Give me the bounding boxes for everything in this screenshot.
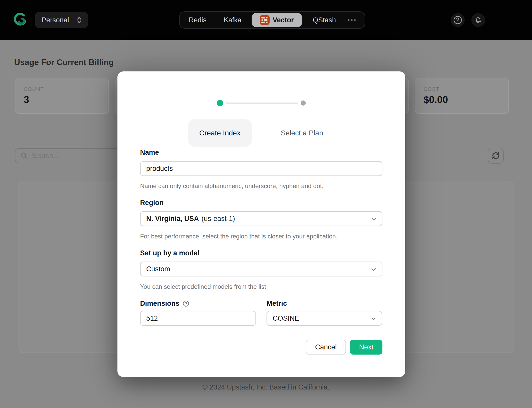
chevron-down-icon (370, 315, 377, 322)
page-title: Usage For Current Billing (14, 58, 114, 67)
usage-card-cost: COST $0.00 (415, 78, 509, 114)
cancel-button[interactable]: Cancel (306, 340, 346, 355)
footer-copyright: © 2024 Upstash, Inc. Based in California… (0, 383, 532, 391)
org-switcher-label: Personal (42, 16, 76, 24)
usage-card-value: 3 (24, 94, 108, 105)
tab-vector[interactable]: Vector (252, 13, 302, 27)
tab-qstash[interactable]: QStash (310, 12, 338, 28)
chevron-down-icon (370, 266, 377, 273)
name-helper: Name can only contain alphanumeric, unde… (140, 182, 324, 190)
notifications-button[interactable] (471, 13, 485, 27)
app-root: Personal Redis Kafka Vector QStash (0, 0, 532, 408)
chevron-down-icon (370, 216, 377, 223)
top-navbar: Personal Redis Kafka Vector QStash (0, 0, 532, 40)
chevron-up-down-icon (76, 16, 83, 24)
help-icon (453, 15, 463, 25)
org-switcher[interactable]: Personal (35, 12, 88, 28)
region-value: N. Virginia, USA (146, 215, 199, 223)
bell-icon (473, 15, 483, 25)
refresh-button[interactable] (488, 148, 504, 164)
model-select[interactable]: Custom (140, 262, 382, 276)
tab-create-index[interactable]: Create Index (188, 119, 252, 147)
usage-card-label: COST (424, 86, 508, 92)
search-icon (20, 152, 28, 160)
help-button[interactable] (451, 13, 465, 27)
name-input[interactable] (140, 161, 382, 176)
tab-kafka[interactable]: Kafka (220, 12, 245, 28)
usage-card-label: COUNT (24, 86, 108, 92)
metric-value: COSINE (273, 314, 299, 322)
name-label: Name (140, 149, 159, 156)
model-value: Custom (146, 265, 170, 273)
modal-actions: Cancel Next (117, 340, 405, 355)
metric-select[interactable]: COSINE (267, 311, 382, 326)
metric-label: Metric (267, 300, 287, 308)
refresh-icon (491, 151, 500, 160)
wizard-stepper (117, 100, 405, 106)
step-track (226, 103, 298, 104)
region-helper: For best performance, select the region … (140, 233, 337, 240)
step-dot-current (217, 100, 223, 106)
model-label: Set up by a model (140, 249, 199, 257)
region-value-detail: (us-east-1) (201, 215, 235, 223)
dimensions-help-icon[interactable] (182, 300, 189, 307)
product-nav: Redis Kafka Vector QStash (179, 11, 365, 29)
vector-database-icon (260, 15, 270, 25)
tab-redis[interactable]: Redis (186, 12, 209, 28)
region-label: Region (140, 199, 164, 207)
region-select[interactable]: N. Virginia, USA (us-east-1) (140, 211, 382, 226)
usage-card-count: COUNT 3 (15, 78, 109, 114)
model-helper: You can select predefined models from th… (140, 283, 266, 290)
ellipsis-icon (348, 19, 356, 21)
usage-card-value: $0.00 (424, 94, 508, 105)
upstash-logo-icon[interactable] (13, 13, 27, 27)
next-button[interactable]: Next (350, 340, 382, 355)
tab-select-plan[interactable]: Select a Plan (263, 119, 341, 147)
dimensions-input[interactable] (140, 311, 256, 326)
dimensions-label-row: Dimensions (140, 300, 189, 308)
dimensions-label: Dimensions (140, 300, 179, 308)
tab-vector-label: Vector (273, 16, 294, 24)
step-dot-next (301, 100, 306, 106)
create-index-modal: Create Index Select a Plan Name Name can… (117, 71, 405, 377)
nav-overflow-button[interactable] (345, 12, 359, 28)
